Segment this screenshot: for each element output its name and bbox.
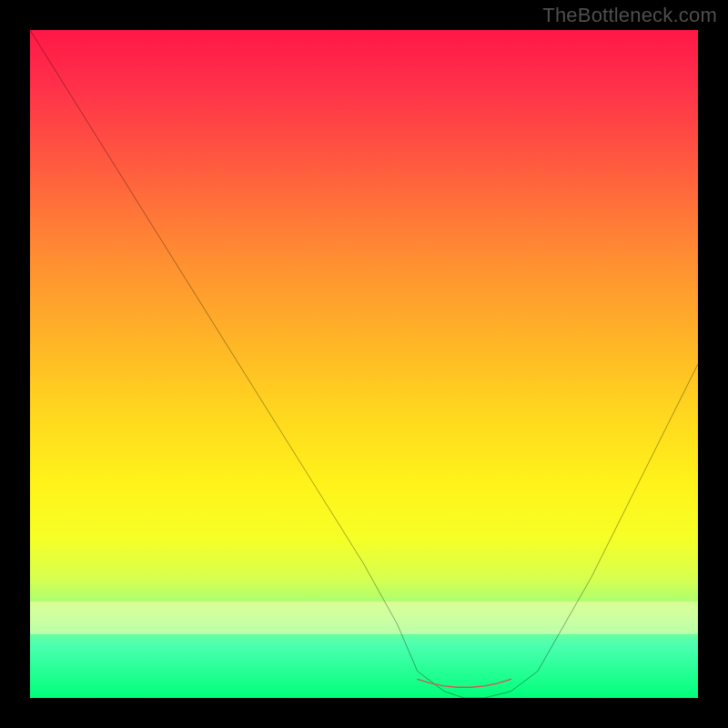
optimal-range-marker-path (418, 679, 511, 687)
chart-svg (30, 30, 698, 698)
watermark-text: TheBottleneck.com (542, 4, 717, 27)
bottleneck-curve-path (30, 30, 698, 698)
plot-area (30, 30, 698, 698)
chart-frame: TheBottleneck.com (0, 0, 728, 728)
